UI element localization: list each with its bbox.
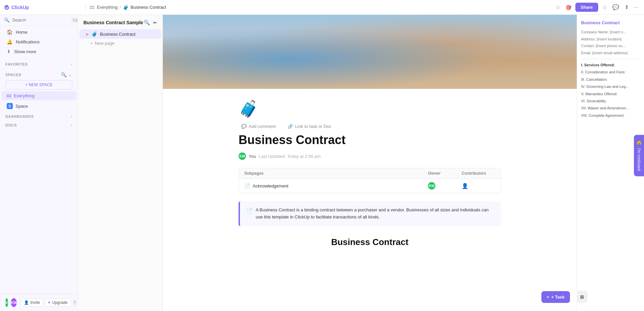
- link-icon: 🔗: [288, 124, 293, 129]
- grid-view-button[interactable]: ⊞: [577, 291, 587, 303]
- favorites-label: FAVORITES: [5, 62, 28, 66]
- outline-divider: [581, 59, 640, 59]
- sidebar-item-everything[interactable]: Everything: [1, 91, 76, 100]
- doc-tree-item-label: Business Contract: [100, 32, 136, 37]
- sidebar-bottom: K KW 👤 Invite ✦ Upgrade ?: [0, 294, 78, 311]
- doc-tree-sidebar: Business Contract Sample 🔍 ⬅ ▶ 🧳 Busines…: [78, 15, 163, 311]
- subpage-name-cell: 📄 Acknowledgement: [244, 183, 428, 188]
- hero-image: [163, 15, 577, 89]
- home-icon: 🏠: [7, 29, 12, 35]
- chat-icon[interactable]: 💬: [611, 3, 620, 12]
- outline-item-3[interactable]: IV. Governing Law and Leg...: [581, 84, 640, 89]
- bell-icon: 🔔: [7, 39, 12, 44]
- doc-sidebar-title: Business Contract Sample: [83, 20, 143, 25]
- search-bar: 🔍 Ctrl+K: [0, 15, 78, 26]
- author-name: You: [249, 154, 256, 159]
- sidebar-item-notifications-label: Notifications: [16, 39, 40, 44]
- spaces-chevron-icon[interactable]: ⌄: [68, 72, 72, 77]
- outline-item-6[interactable]: VII. Waiver and Amendmen...: [581, 106, 640, 111]
- outline-item-0[interactable]: I. Services Offered:: [581, 63, 640, 68]
- share-button[interactable]: Share: [575, 3, 598, 12]
- link-task-button[interactable]: 🔗 Link to task or Doc: [285, 123, 334, 130]
- sidebar-item-notifications[interactable]: 🔔 Notifications: [1, 37, 76, 46]
- sidebar-item-space[interactable]: S Space: [1, 101, 76, 111]
- search-input[interactable]: [12, 18, 69, 23]
- outline-item-4[interactable]: V. Warranties Offered:: [581, 92, 640, 97]
- svg-text:ClickUp: ClickUp: [11, 5, 29, 10]
- outline-item-7[interactable]: VIII. Complete Agreement:: [581, 113, 640, 118]
- subpages-col-name: Subpages: [244, 171, 428, 176]
- doc-tree-item-contract[interactable]: ▶ 🧳 Business Contract: [79, 29, 161, 39]
- subpage-owner-cell: KW: [428, 182, 462, 189]
- topbar-actions: ☆ 🎯 Share ☆ 💬 ⬆ ···: [554, 3, 640, 12]
- subpage-contrib-cell: 👤: [462, 183, 495, 189]
- docs-chevron: ›: [71, 123, 72, 128]
- new-page-label: New page: [95, 41, 115, 46]
- sidebar-item-home-label: Home: [16, 30, 28, 35]
- space-avatar: S: [7, 103, 13, 109]
- bookmark-icon[interactable]: ☆: [554, 3, 562, 12]
- favorites-chevron[interactable]: ›: [71, 62, 72, 67]
- sidebar-item-show-more-label: Show more: [14, 49, 36, 54]
- main-layout: 🔍 Ctrl+K 🏠 Home 🔔 Notifications ⬇ Show m…: [0, 15, 644, 311]
- search-icon: 🔍: [4, 18, 9, 23]
- feedback-tab[interactable]: 😵 I'm confused: [634, 135, 644, 176]
- subpages-col-owner: Owner: [428, 171, 462, 176]
- spaces-section: SPACES 🔍 ⌄: [0, 68, 78, 79]
- spaces-search-icon[interactable]: 🔍: [61, 72, 67, 77]
- subpages-header: Subpages Owner Contributors: [239, 168, 501, 179]
- doc-body: 🧳 💬 Add comment 🔗 Link to task or Doc Bu…: [225, 89, 514, 274]
- breadcrumb-everything[interactable]: Everything: [97, 5, 117, 10]
- outline-item-2[interactable]: III. Cancellation:: [581, 77, 640, 82]
- star-icon[interactable]: ☆: [601, 3, 608, 12]
- outline-item-1[interactable]: II. Consideration and Fees:: [581, 70, 640, 75]
- clickup-logo: ClickUp: [4, 4, 34, 11]
- sidebar-item-show-more[interactable]: ⬇ Show more: [1, 47, 76, 56]
- briefcase-icon: 🧳: [92, 31, 97, 37]
- main-content: 🧳 💬 Add comment 🔗 Link to task or Doc Bu…: [163, 15, 577, 311]
- contributor-icon: 👤: [462, 183, 468, 189]
- spaces-label: SPACES: [5, 73, 22, 77]
- expand-icon[interactable]: ⬆: [623, 3, 630, 12]
- sidebar-nav: 🏠 Home 🔔 Notifications ⬇ Show more: [0, 26, 78, 58]
- invite-button[interactable]: 👤 Invite: [21, 299, 43, 307]
- space-label: Space: [15, 104, 28, 109]
- comment-icon: 💬: [241, 124, 247, 129]
- outline-meta-2: Contact: [insert phone nu...: [581, 43, 640, 49]
- add-comment-button[interactable]: 💬 Add comment: [239, 123, 278, 130]
- collapse-doc-icon[interactable]: ⬅: [153, 20, 157, 26]
- breadcrumb-doc[interactable]: Business Contract: [131, 5, 166, 10]
- task-fab-button[interactable]: + + Task: [541, 291, 570, 303]
- upgrade-button[interactable]: ✦ Upgrade: [44, 299, 71, 307]
- doc-emoji-icon: 🧳: [239, 100, 501, 118]
- docs-section[interactable]: DOCS ›: [0, 120, 78, 129]
- outline-title: Business Contract: [581, 20, 640, 25]
- callout-icon: 📄: [247, 207, 252, 221]
- doc-sidebar-header: Business Contract Sample 🔍 ⬅: [78, 15, 163, 29]
- subpages-col-contrib: Contributors: [462, 171, 495, 176]
- more-icon[interactable]: ···: [633, 3, 640, 12]
- subpages-row[interactable]: 📄 Acknowledgement KW 👤: [239, 179, 501, 193]
- search-doc-icon[interactable]: 🔍: [144, 20, 150, 26]
- tree-arrow-icon: ▶: [86, 32, 89, 36]
- bottom-actions: 👤 Invite ✦ Upgrade: [21, 299, 71, 307]
- subpage-name: Acknowledgement: [253, 183, 288, 188]
- grid-icon: [90, 6, 94, 9]
- doc-tree-add-page[interactable]: + New page: [78, 39, 163, 47]
- outline-item-5[interactable]: VI. Severability:: [581, 99, 640, 104]
- plus-icon: +: [90, 41, 93, 46]
- confused-icon: 😵: [637, 140, 641, 145]
- doc-sidebar-actions: 🔍 ⬅: [144, 20, 157, 26]
- callout-text: A Business Contract is a binding contrac…: [256, 207, 494, 221]
- dashboards-section[interactable]: DASHBOARDS ›: [0, 111, 78, 120]
- new-space-button[interactable]: + NEW SPACE: [5, 80, 72, 90]
- help-button[interactable]: ?: [73, 299, 76, 306]
- person-icon: 👤: [24, 300, 29, 305]
- outline-meta-3: Email: [insert email address]: [581, 50, 640, 56]
- eyedropper-icon[interactable]: 🎯: [564, 3, 573, 11]
- search-shortcut: Ctrl+K: [71, 18, 78, 23]
- sidebar-item-home[interactable]: 🏠 Home: [1, 27, 76, 37]
- task-fab-label: + Task: [551, 295, 565, 300]
- breadcrumb: Everything / 🧳 Business Contract: [90, 5, 551, 10]
- favorites-section: FAVORITES ›: [0, 58, 78, 68]
